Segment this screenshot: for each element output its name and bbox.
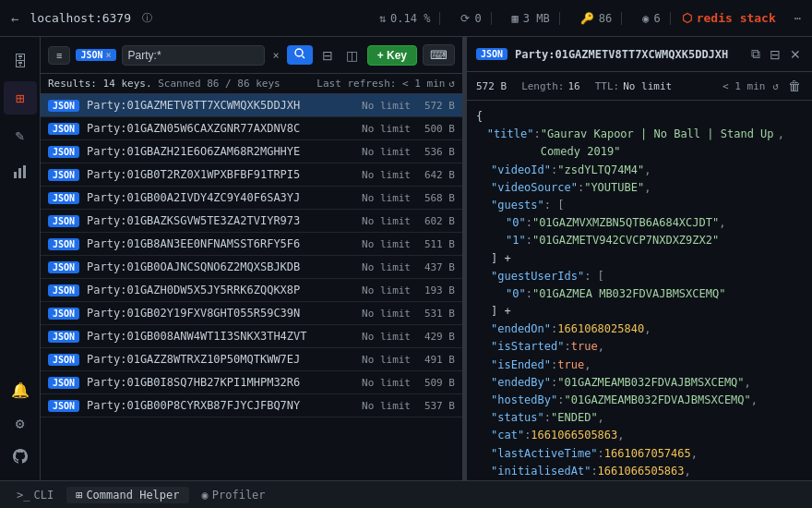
key-size-value: 572 B — [476, 80, 507, 92]
key-name: Party:01GB00P8CYRXB87FJYCJFBQ7NY — [87, 399, 354, 412]
key-name: Party:01GB02Y19FXV8GHT055R59C39N — [87, 307, 354, 320]
type-filter-tag: JSON × — [76, 49, 115, 61]
copy-key-button[interactable]: ⧉ — [749, 44, 762, 64]
key-ttl: No limit — [362, 238, 411, 250]
bottom-bar: >_ CLI ⊞ Command Helper ◉ Profiler — [0, 480, 812, 508]
key-size: 572 B — [418, 100, 455, 112]
key-ttl: No limit — [362, 377, 411, 389]
collapse-panel-button[interactable]: ⊟ — [768, 45, 782, 64]
key-type-badge: JSON — [48, 331, 79, 343]
tab-profiler[interactable]: ◉ Profiler — [193, 487, 275, 503]
main-layout: 🗄 ⊞ ✎ 🔔 ⚙ ≡ JSON × × — [0, 37, 812, 480]
info-icon[interactable]: ⓘ — [142, 11, 152, 25]
key-search-input[interactable] — [122, 45, 266, 66]
refresh-icon[interactable]: ↺ — [448, 78, 455, 90]
results-bar: Results: 14 keys. Scanned 86 / 86 keys L… — [41, 74, 462, 94]
key-list: JSON Party:01GAZMETV8TT7XCWMQXK5DDJXH No… — [41, 94, 462, 480]
key-type-badge: JSON — [48, 215, 79, 227]
key-type-badge: JSON — [48, 146, 79, 158]
json-line: "videoId": "zsdYLTQ74M4",🗑 — [476, 162, 803, 179]
tab-cli[interactable]: >_ CLI — [7, 487, 63, 503]
key-name: Party:01GAZZ8WTRXZ10P50MQTKWW7EJ — [87, 353, 354, 366]
topbar-menu-button[interactable]: ⋯ — [794, 12, 801, 25]
terminal-toggle-button[interactable]: ⌨ — [423, 44, 455, 66]
filter-icon: ≡ — [56, 50, 62, 61]
tab-profiler-label: Profiler — [212, 489, 266, 502]
json-line: "endedBy": "01GAZMEAMB032FDVAJBMSXCEMQ",… — [476, 374, 803, 392]
key-list-item[interactable]: JSON Party:01GBAZH21E6O6ZAM68R2MGHHYE No… — [41, 140, 462, 163]
key-ttl: No limit — [362, 331, 411, 343]
key-browser-panel: ≡ JSON × × ⊟ ◫ + Key ⌨ Results: 14 keys.… — [41, 37, 463, 480]
key-ttl: No limit — [362, 215, 411, 227]
filter-options-button[interactable]: ⊟ — [318, 46, 337, 65]
delete-key-button[interactable]: 🗑 — [786, 77, 803, 95]
results-count: Results: 14 keys. — [48, 78, 152, 90]
key-size: 536 B — [418, 146, 455, 158]
key-name: Party:01GB8AN3EE0NFNAMSST6RFY5F6 — [87, 237, 354, 250]
key-size: 511 B — [418, 238, 455, 250]
key-ttl: No limit — [362, 354, 411, 366]
sidebar-item-chart[interactable] — [4, 155, 37, 188]
key-ttl: No limit — [362, 284, 411, 296]
profiler-icon: ◉ — [202, 489, 209, 502]
key-list-item[interactable]: JSON Party:01GB0T2RZ0X1WPXBFBF91TRPI5 No… — [41, 163, 462, 187]
key-list-item[interactable]: JSON Party:01GB8AN3EE0NFNAMSST6RFY5F6 No… — [41, 233, 462, 256]
key-ttl: No limit — [362, 400, 411, 412]
key-name: Party:01GB00A2IVDY4ZC9Y40F6SA3YJ — [87, 191, 354, 204]
keys-icon: 🔑 — [580, 12, 594, 25]
key-list-item[interactable]: JSON Party:01GB0OAJNCSQNO6Z2MQXSBJKDB No… — [41, 256, 462, 279]
key-list-item[interactable]: JSON Party:01GAZH0DW5X5JY5RRK6ZQQKX8P No… — [41, 279, 462, 302]
key-size: 429 B — [418, 331, 455, 343]
ttl-meta: TTL: No limit — [595, 80, 672, 92]
commands-stat: ⟳ 0 — [451, 12, 491, 25]
key-size: 509 B — [418, 377, 455, 389]
cpu-icon: ⇅ — [379, 12, 386, 25]
key-list-item[interactable]: JSON Party:01GB00P8CYRXB87FJYCJFBQ7NY No… — [41, 394, 462, 417]
key-list-item[interactable]: JSON Party:01GB02Y19FXV8GHT055R59C39N No… — [41, 302, 462, 325]
key-list-item[interactable]: JSON Party:01GAZZ8WTRXZ10P50MQTKWW7EJ No… — [41, 348, 462, 371]
key-ttl-value: No limit — [623, 80, 672, 92]
key-size: 491 B — [418, 354, 455, 366]
json-line: "1": "01GAZMETV942CVCP7NXDXZ9ZX2"🗑 — [476, 232, 803, 249]
filter-type-button[interactable]: ≡ — [48, 46, 70, 65]
key-list-item[interactable]: JSON Party:01GB00A2IVDY4ZC9Y40F6SA3YJ No… — [41, 187, 462, 210]
json-line: "videoSource": "YOUTUBE",🗑 — [476, 179, 803, 197]
sidebar-item-github[interactable] — [4, 440, 37, 473]
key-list-item[interactable]: JSON Party:01GB0I8SQ7HB27KPI1MHPM32R6 No… — [41, 371, 462, 394]
detail-refresh-icon[interactable]: ↺ — [772, 80, 779, 92]
sidebar-item-browser[interactable]: ⊞ — [4, 81, 37, 115]
key-list-item[interactable]: JSON Party:01GAZMETV8TT7XCWMQXK5DDJXH No… — [41, 94, 462, 117]
close-detail-button[interactable]: ✕ — [788, 45, 803, 64]
add-key-button[interactable]: + Key — [367, 45, 417, 66]
tab-cli-label: CLI — [33, 489, 54, 502]
tab-command-helper[interactable]: ⊞ Command Helper — [66, 487, 188, 503]
json-line: "0": "01GAZMVXMZBN5QTB6A684XCJDT",🗑 — [476, 214, 803, 232]
key-list-item[interactable]: JSON Party:01GB008ANW4WT1I3SNKX3TH4ZVT N… — [41, 325, 462, 348]
key-size: 531 B — [418, 308, 455, 320]
sidebar-item-edit[interactable]: ✎ — [4, 118, 37, 151]
json-line: ] + — [476, 303, 803, 321]
key-list-item[interactable]: JSON Party:01GBAZKSGVW5TE3ZA2TVIYR973 No… — [41, 210, 462, 233]
key-type-badge: JSON — [48, 400, 79, 412]
sidebar-item-bell[interactable]: 🔔 — [4, 373, 37, 406]
redis-icon: ⬡ — [682, 11, 692, 25]
svg-rect-0 — [14, 172, 17, 178]
back-button[interactable]: ← — [11, 11, 18, 26]
svg-point-3 — [295, 49, 303, 56]
search-go-button[interactable] — [287, 45, 313, 65]
topbar: ← localhost:6379 ⓘ ⇅ 0.14 % ⟳ 0 ▦ 3 MB 🔑… — [0, 0, 812, 37]
display-options-button[interactable]: ◫ — [342, 46, 362, 65]
json-line: "isStarted": true,🗑 — [476, 338, 803, 356]
json-line: "status": "ENDED",🗑 — [476, 409, 803, 427]
key-type-badge: JSON — [48, 377, 79, 389]
key-list-item[interactable]: JSON Party:01GAZN05W6CAXZGNR77AXDNV8C No… — [41, 117, 462, 140]
sidebar-item-settings[interactable]: ⚙ — [4, 406, 37, 440]
sidebar-item-database[interactable]: 🗄 — [4, 44, 37, 78]
detail-header: JSON Party:01GAZMETV8TT7XCWMQXK5DDJXH ⧉ … — [467, 37, 812, 72]
svg-line-4 — [302, 56, 304, 59]
search-clear-button[interactable]: × — [270, 49, 281, 62]
type-filter-remove[interactable]: × — [106, 50, 112, 60]
key-size: 193 B — [418, 284, 455, 296]
key-full-name: Party:01GAZMETV8TT7XCWMQXK5DDJXH — [515, 48, 742, 61]
key-type-badge: JSON — [476, 48, 508, 60]
